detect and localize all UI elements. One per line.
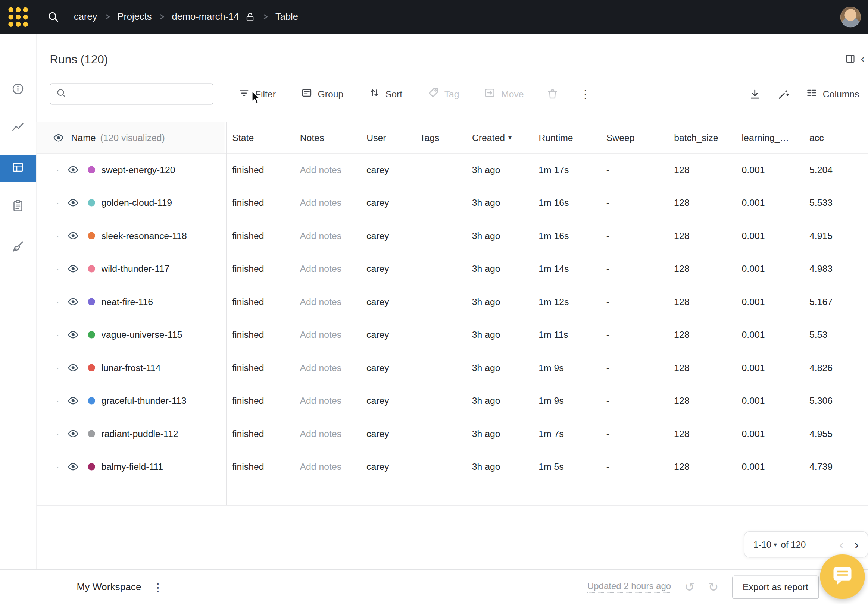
panel-toggle-icon[interactable] — [845, 53, 856, 65]
drag-handle-icon[interactable]: · — [55, 429, 60, 439]
run-notes-field[interactable]: Add notes — [292, 428, 359, 439]
run-color-dot[interactable] — [88, 232, 96, 240]
runs-search-input[interactable] — [71, 88, 208, 100]
table-row[interactable]: · radiant-puddle-112 finished Add notes … — [37, 417, 868, 450]
drag-handle-icon[interactable]: · — [55, 264, 60, 273]
visibility-eye-icon[interactable] — [67, 296, 79, 308]
visibility-eye-icon[interactable] — [67, 395, 79, 407]
table-row[interactable]: · wild-thunder-117 finished Add notes ca… — [37, 252, 868, 286]
run-name-link[interactable]: neat-fire-116 — [101, 297, 153, 307]
table-row[interactable]: · balmy-field-111 finished Add notes car… — [37, 450, 868, 484]
user-avatar[interactable] — [840, 7, 861, 28]
run-color-dot[interactable] — [88, 364, 96, 372]
visibility-eye-icon[interactable] — [67, 362, 79, 374]
column-header-sweep[interactable]: Sweep — [598, 122, 666, 153]
drag-handle-icon[interactable]: · — [55, 297, 60, 307]
visibility-eye-icon[interactable] — [67, 329, 79, 341]
breadcrumb-project[interactable]: demo-march-14 — [172, 11, 239, 22]
column-header-name[interactable]: Name (120 visualized) — [37, 122, 225, 153]
run-name-link[interactable]: lunar-frost-114 — [101, 362, 161, 373]
workspace-menu-button[interactable]: ⋮ — [153, 581, 164, 592]
updated-timestamp[interactable]: Updated 2 hours ago — [587, 581, 671, 593]
column-header-notes[interactable]: Notes — [292, 122, 359, 153]
column-header-learning-rate[interactable]: learning_… — [734, 122, 801, 153]
run-notes-field[interactable]: Add notes — [292, 462, 359, 473]
magic-wand-button[interactable] — [777, 88, 790, 100]
sidebar-item-charts[interactable] — [0, 115, 36, 142]
table-row[interactable]: · sleek-resonance-118 finished Add notes… — [37, 219, 868, 252]
search-icon[interactable] — [47, 11, 59, 23]
run-color-dot[interactable] — [88, 463, 96, 471]
drag-handle-icon[interactable]: · — [55, 363, 60, 373]
sidebar-item-sweeps[interactable] — [0, 235, 36, 261]
run-notes-field[interactable]: Add notes — [292, 164, 359, 175]
run-notes-field[interactable]: Add notes — [292, 362, 359, 373]
drag-handle-icon[interactable]: · — [55, 462, 60, 472]
drag-handle-icon[interactable]: · — [55, 198, 60, 208]
column-header-batch-size[interactable]: batch_size — [666, 122, 734, 153]
column-header-tags[interactable]: Tags — [412, 122, 464, 153]
collapse-panel-icon[interactable]: ‹ — [861, 53, 865, 65]
filter-button[interactable]: Filter — [238, 87, 276, 101]
chat-support-button[interactable] — [820, 555, 865, 599]
run-notes-field[interactable]: Add notes — [292, 198, 359, 209]
sidebar-item-logs[interactable] — [0, 193, 36, 220]
breadcrumb-page[interactable]: Table — [275, 11, 298, 22]
run-color-dot[interactable] — [88, 199, 96, 207]
delete-button[interactable] — [546, 88, 559, 100]
column-header-user[interactable]: User — [359, 122, 412, 153]
column-header-state[interactable]: State — [224, 122, 292, 153]
table-row[interactable]: · neat-fire-116 finished Add notes carey… — [37, 285, 868, 318]
visibility-eye-icon[interactable] — [67, 263, 79, 275]
run-notes-field[interactable]: Add notes — [292, 264, 359, 274]
table-row[interactable]: · swept-energy-120 finished Add notes ca… — [37, 153, 868, 187]
table-row[interactable]: · lunar-frost-114 finished Add notes car… — [37, 351, 868, 385]
run-name-link[interactable]: vague-universe-115 — [101, 330, 183, 340]
page-size-dropdown[interactable]: 1-10 ▾ — [753, 539, 777, 550]
run-notes-field[interactable]: Add notes — [292, 395, 359, 406]
run-name-link[interactable]: golden-cloud-119 — [101, 198, 172, 209]
wandb-logo[interactable] — [0, 7, 36, 27]
drag-handle-icon[interactable]: · — [55, 330, 60, 340]
runs-search-box[interactable] — [50, 83, 214, 105]
tag-button[interactable]: Tag — [427, 87, 459, 101]
columns-button[interactable]: Columns — [805, 87, 859, 101]
sidebar-item-overview[interactable] — [0, 77, 36, 103]
run-color-dot[interactable] — [88, 166, 96, 174]
column-header-created[interactable]: Created ▾ — [464, 122, 531, 153]
move-button[interactable]: Move — [484, 87, 524, 101]
sort-button[interactable]: Sort — [368, 87, 402, 101]
export-report-button[interactable]: Export as report — [732, 575, 819, 599]
visibility-eye-icon[interactable] — [67, 461, 79, 473]
run-color-dot[interactable] — [88, 331, 96, 338]
next-page-button[interactable]: › — [854, 538, 859, 551]
more-actions-button[interactable]: ⋮ — [580, 88, 591, 100]
run-notes-field[interactable]: Add notes — [292, 297, 359, 307]
run-name-link[interactable]: balmy-field-111 — [101, 462, 163, 473]
run-name-link[interactable]: sleek-resonance-118 — [101, 230, 187, 241]
undo-button[interactable]: ↺ — [684, 581, 695, 593]
run-color-dot[interactable] — [88, 298, 96, 306]
column-header-acc[interactable]: acc — [801, 122, 868, 153]
run-notes-field[interactable]: Add notes — [292, 330, 359, 340]
run-color-dot[interactable] — [88, 265, 96, 273]
run-color-dot[interactable] — [88, 430, 96, 438]
visibility-eye-icon[interactable] — [53, 131, 65, 144]
drag-handle-icon[interactable]: · — [55, 231, 60, 241]
run-color-dot[interactable] — [88, 397, 96, 405]
redo-button[interactable]: ↻ — [708, 581, 719, 593]
prev-page-button[interactable]: ‹ — [839, 538, 843, 551]
column-header-runtime[interactable]: Runtime — [531, 122, 598, 153]
visibility-eye-icon[interactable] — [67, 164, 79, 176]
visibility-eye-icon[interactable] — [67, 197, 79, 209]
download-button[interactable] — [748, 88, 761, 100]
breadcrumb-projects[interactable]: Projects — [117, 11, 152, 22]
breadcrumb-user[interactable]: carey — [74, 11, 97, 22]
drag-handle-icon[interactable]: · — [55, 165, 60, 175]
table-row[interactable]: · golden-cloud-119 finished Add notes ca… — [37, 187, 868, 219]
run-name-link[interactable]: graceful-thunder-113 — [101, 395, 187, 406]
table-row[interactable]: · vague-universe-115 finished Add notes … — [37, 318, 868, 352]
group-button[interactable]: Group — [301, 87, 343, 101]
run-name-link[interactable]: radiant-puddle-112 — [101, 428, 178, 439]
visibility-eye-icon[interactable] — [67, 428, 79, 440]
